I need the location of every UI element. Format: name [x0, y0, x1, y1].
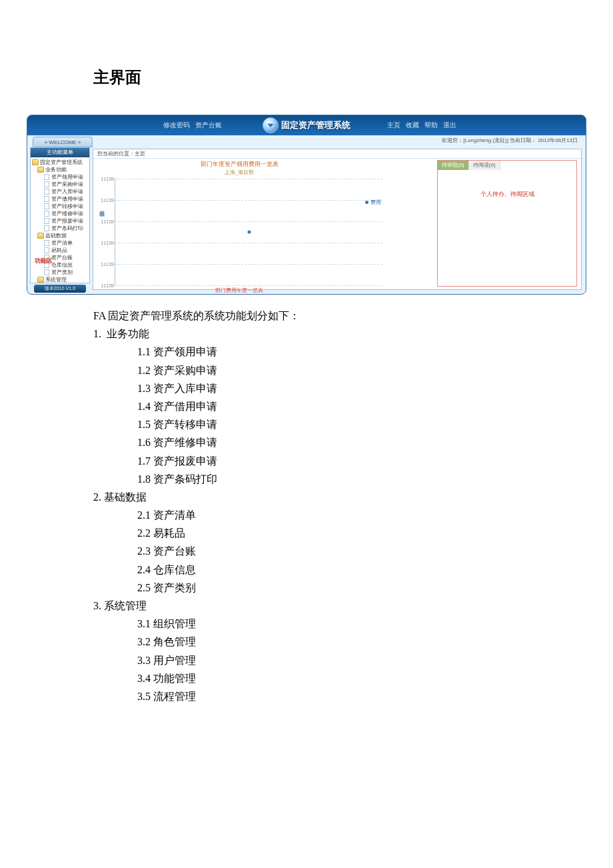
tree-root[interactable]: 固定资产管理系统 [32, 159, 88, 166]
doc-l1-4: 1.4 资产借用申请 [93, 397, 586, 415]
chart-caption: 部门费用年度一览表 [96, 287, 382, 294]
chart-y-tick: 11139 [98, 219, 114, 224]
status-bar: 欢迎您：[Longzheng (龙征)] 当前日期： 2012年08月13日 [94, 137, 582, 146]
doc-l2-5: 2.5 资产类别 [93, 579, 586, 597]
doc-l1-2: 1.2 资产采购申请 [93, 361, 586, 379]
chart-y-tick: 11139 [98, 198, 114, 203]
doc-l2: 2. 基础数据 [93, 488, 586, 506]
doc-l1-5: 1.5 资产转移申请 [93, 415, 586, 433]
todo-tabs: 待审批(0) 待阅读(0) [438, 161, 576, 170]
top-bar: 修改密码 资产台账 固定资产管理系统 主页 收藏 帮助 退出 [27, 115, 586, 135]
chart-title: 部门年度资产领用费用一览表 [96, 160, 382, 169]
top-left-links: 修改密码 资产台账 [163, 115, 222, 135]
tree-item[interactable]: 资产类别 [32, 269, 88, 276]
doc-l2-2: 2.2 易耗品 [93, 524, 586, 542]
tree-item[interactable]: 资产转移申请 [32, 203, 88, 210]
tab-pending-approve[interactable]: 待审批(0) [438, 161, 469, 170]
chart-x-tick: 201208 [96, 294, 382, 295]
link-help[interactable]: 帮助 [424, 121, 438, 130]
svg-rect-0 [267, 123, 274, 123]
todo-panel: 待审批(0) 待阅读(0) 个人待办、待阅区域 [437, 160, 577, 287]
system-title: 固定资产管理系统 [281, 119, 350, 131]
doc-l3-1: 3.1 组织管理 [93, 615, 586, 633]
todo-body-label: 个人待办、待阅区域 [438, 170, 576, 219]
top-center: 固定资产管理系统 [27, 115, 586, 135]
version-bar: 版本2012-V1.0 [34, 285, 86, 293]
system-logo-icon [263, 117, 279, 133]
chart-y-tick: 11139 [98, 283, 114, 288]
legend-marker-icon [365, 201, 368, 204]
link-asset-ledger[interactable]: 资产台账 [195, 121, 222, 130]
tree-item[interactable]: 资产借用申请 [32, 195, 88, 203]
chart-subtitle: 上海_项目部 [96, 169, 382, 176]
link-logout[interactable]: 退出 [443, 121, 456, 130]
page-heading: 主界面 [93, 67, 586, 88]
tree-item[interactable]: 资产报废申请 [32, 217, 88, 225]
doc-l3-4: 3.4 功能管理 [93, 669, 586, 687]
tab-pending-read[interactable]: 待阅读(0) [469, 161, 500, 170]
tree-group-business[interactable]: 业务功能 [32, 166, 88, 173]
app-screenshot: 修改密码 资产台账 固定资产管理系统 主页 收藏 帮助 退出 « WELCOME… [27, 115, 586, 295]
doc-outline: FA 固定资产管理系统的系统功能划分如下： 1. 业务功能 1.1 资产领用申请… [93, 307, 586, 705]
nav-tree: 固定资产管理系统 业务功能 资产领用申请 资产采购申请 资产入库申请 资产借用申… [31, 157, 89, 285]
doc-l1-6: 1.6 资产维修申请 [93, 433, 586, 451]
tree-item[interactable]: 资产采购申请 [32, 181, 88, 188]
main-panel: 您当前的位置：主页 部门年度资产领用费用一览表 上海_项目部 领用金额 1113… [93, 149, 582, 290]
doc-l1: 1. 业务功能 [93, 325, 586, 343]
doc-l1-1: 1.1 资产领用申请 [93, 343, 586, 361]
link-change-password[interactable]: 修改密码 [163, 121, 190, 130]
welcome-tab[interactable]: « WELCOME » [33, 137, 93, 147]
chart-legend: 费用 [365, 199, 381, 206]
left-panel-header: 主功能菜单 [31, 148, 89, 157]
tree-group-system[interactable]: 系统管理 [32, 276, 88, 283]
chart-y-tick: 11139 [98, 177, 114, 181]
legend-label: 费用 [370, 199, 381, 206]
doc-l3-2: 3.2 角色管理 [93, 633, 586, 651]
doc-l3: 3. 系统管理 [93, 597, 586, 615]
tree-item[interactable]: 资产清单 [32, 239, 88, 247]
top-right-links: 主页 收藏 帮助 退出 [387, 115, 456, 135]
doc-l1-7: 1.7 资产报废申请 [93, 452, 586, 470]
doc-l1-3: 1.3 资产入库申请 [93, 379, 586, 397]
chart-data-point [247, 231, 251, 234]
doc-l1-8: 1.8 资产条码打印 [93, 470, 586, 488]
breadcrumb: 您当前的位置：主页 [93, 149, 581, 159]
doc-l2-4: 2.4 仓库信息 [93, 561, 586, 579]
doc-intro: FA 固定资产管理系统的系统功能划分如下： [93, 307, 586, 325]
tree-group-basedata[interactable]: 基础数据 [32, 232, 88, 239]
doc-l3-3: 3.3 用户管理 [93, 651, 586, 669]
tree-item[interactable]: 资产条码打印 [32, 225, 88, 232]
link-favorite[interactable]: 收藏 [406, 121, 419, 130]
chart-y-tick: 11139 [98, 241, 114, 245]
doc-l2-1: 2.1 资产清单 [93, 506, 586, 524]
tree-item[interactable]: 易耗品 [32, 247, 88, 254]
chart-plot: 11139 11139 11139 11139 11139 11139 [115, 179, 382, 285]
doc-l2-3: 2.3 资产台账 [93, 542, 586, 560]
left-panel: 主功能菜单 固定资产管理系统 业务功能 资产领用申请 资产采购申请 资产入库申请… [30, 147, 90, 283]
link-home[interactable]: 主页 [387, 121, 400, 130]
tree-item[interactable]: 资产入库申请 [32, 188, 88, 195]
chart-area: 部门年度资产领用费用一览表 上海_项目部 领用金额 11139 11139 11… [96, 160, 382, 287]
function-area-label: 功能区 [35, 257, 53, 265]
tree-item[interactable]: 资产维修申请 [32, 210, 88, 217]
tree-item[interactable]: 资产领用申请 [32, 173, 88, 181]
chart-y-tick: 11139 [98, 262, 114, 267]
doc-l3-5: 3.5 流程管理 [93, 687, 586, 705]
